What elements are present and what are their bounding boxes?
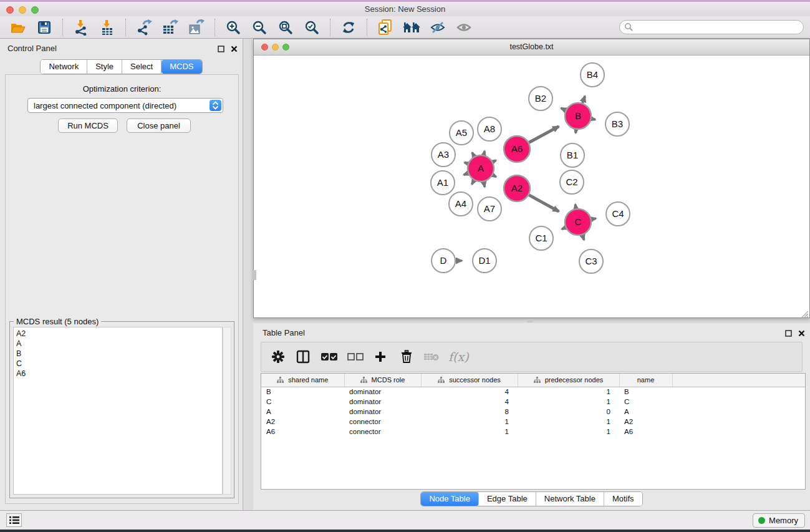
- zoom-fit-icon[interactable]: [276, 18, 295, 37]
- graph-node-C3[interactable]: C3: [579, 249, 603, 273]
- graph-edge-A-A3[interactable]: [465, 162, 468, 163]
- resize-grip-icon[interactable]: [800, 309, 809, 317]
- table-cell[interactable]: A6: [619, 427, 672, 437]
- result-item[interactable]: A2: [16, 329, 222, 339]
- memory-button[interactable]: Memory: [753, 513, 805, 528]
- table-cell[interactable]: dominator: [344, 407, 421, 417]
- table-cell[interactable]: A2: [619, 417, 672, 427]
- delete-column-icon[interactable]: [398, 349, 415, 365]
- mcds-result-list[interactable]: A2ABCA6: [13, 327, 223, 495]
- table-cell[interactable]: A6: [261, 427, 344, 437]
- table-cell[interactable]: [672, 407, 806, 417]
- graph-node-A[interactable]: A: [468, 155, 494, 181]
- graph-node-C[interactable]: C: [565, 209, 591, 235]
- table-cell[interactable]: 0: [518, 407, 619, 417]
- graph-edge-B-B1[interactable]: [576, 130, 576, 133]
- table-cell[interactable]: 1: [518, 427, 619, 437]
- optimization-criterion-select[interactable]: largest connected component (directed): [27, 98, 223, 113]
- panel-divider-handle[interactable]: [527, 319, 533, 322]
- graph-node-C2[interactable]: C2: [560, 170, 584, 194]
- table-row[interactable]: Adominator80A: [261, 407, 806, 417]
- table-row[interactable]: A6connector11A6: [261, 427, 806, 437]
- graph-edge-A-A4[interactable]: [472, 180, 475, 184]
- graph-node-B3[interactable]: B3: [605, 112, 629, 136]
- table-cell[interactable]: 1: [518, 387, 619, 397]
- result-item[interactable]: B: [16, 349, 222, 359]
- result-scrollbar[interactable]: [223, 327, 231, 495]
- table-cell[interactable]: connector: [344, 417, 421, 427]
- new-network-from-selection-icon[interactable]: [376, 18, 395, 37]
- float-table-panel-icon[interactable]: [785, 328, 792, 339]
- graph-edge-C-C1[interactable]: [562, 228, 566, 230]
- hide-selected-icon[interactable]: [428, 18, 447, 37]
- tab-mcds[interactable]: MCDS: [162, 60, 201, 74]
- graph-node-A5[interactable]: A5: [450, 121, 473, 145]
- first-neighbors-icon[interactable]: [402, 18, 421, 37]
- float-panel-icon[interactable]: [218, 44, 224, 55]
- graph-node-C1[interactable]: C1: [529, 226, 553, 250]
- column-header-shared-name[interactable]: shared name: [261, 374, 344, 387]
- graph-edge-A6-B[interactable]: [529, 127, 559, 143]
- graph-edge-C-C4[interactable]: [592, 218, 596, 219]
- graph-edge-A-A6[interactable]: [493, 160, 496, 162]
- table-body[interactable]: Bdominator41BCdominator41CAdominator80AA…: [261, 387, 806, 437]
- close-panel-button[interactable]: Close panel: [127, 118, 191, 133]
- graph-node-C4[interactable]: C4: [606, 202, 630, 226]
- tab-edge-table[interactable]: Edge Table: [479, 492, 536, 506]
- show-all-icon[interactable]: [455, 18, 473, 37]
- show-column-icon[interactable]: [295, 349, 311, 365]
- tab-style[interactable]: Style: [87, 60, 122, 74]
- graph-node-B2[interactable]: B2: [529, 87, 552, 110]
- export-network-icon[interactable]: [135, 18, 153, 37]
- table-cell[interactable]: 1: [518, 397, 619, 407]
- import-network-icon[interactable]: [72, 18, 90, 37]
- graph-edge-B-B3[interactable]: [592, 118, 595, 119]
- search-input[interactable]: [619, 20, 804, 34]
- network-canvas[interactable]: AA1A3A5A8A4A7A6A2BB1B2B3B4CC1C2C3C4DD1: [254, 56, 809, 317]
- table-cell[interactable]: [672, 427, 806, 437]
- column-header-MCDS-role[interactable]: MCDS role: [344, 374, 421, 387]
- table-cell[interactable]: B: [261, 387, 344, 397]
- close-table-panel-icon[interactable]: [798, 328, 805, 339]
- graph-node-A4[interactable]: A4: [449, 192, 473, 216]
- graph-edge-A2-C[interactable]: [529, 195, 559, 211]
- zoom-in-icon[interactable]: [224, 18, 243, 37]
- table-header[interactable]: shared nameMCDS rolesuccessor nodesprede…: [261, 374, 806, 387]
- table-cell[interactable]: 4: [421, 387, 518, 397]
- graph-edge-B-B4[interactable]: [582, 96, 585, 103]
- column-header-predecessor-nodes[interactable]: predecessor nodes: [518, 374, 619, 387]
- graph-edge-A-A7[interactable]: [484, 182, 485, 187]
- add-column-icon[interactable]: [372, 349, 388, 365]
- table-cell[interactable]: dominator: [344, 387, 421, 397]
- graph-node-A1[interactable]: A1: [431, 171, 455, 195]
- table-cell[interactable]: C: [261, 397, 344, 407]
- graph-node-A3[interactable]: A3: [432, 143, 455, 167]
- table-cell[interactable]: B: [619, 387, 672, 397]
- graph-node-A2[interactable]: A2: [504, 175, 530, 201]
- graph-edge-C-C3[interactable]: [582, 235, 584, 240]
- tab-network-table[interactable]: Network Table: [536, 492, 604, 506]
- open-session-icon[interactable]: [9, 18, 27, 37]
- column-header-successor-nodes[interactable]: successor nodes: [421, 374, 518, 387]
- table-cell[interactable]: 1: [421, 427, 518, 437]
- table-row[interactable]: Cdominator41C: [261, 397, 806, 407]
- network-vertical-scroll-thumb[interactable]: [253, 270, 256, 280]
- save-session-icon[interactable]: [35, 18, 54, 37]
- column-header-name[interactable]: name: [619, 374, 672, 387]
- table-cell[interactable]: C: [619, 397, 672, 407]
- tab-select[interactable]: Select: [122, 60, 162, 74]
- table-cell[interactable]: A: [619, 407, 672, 417]
- graph-edge-A-A8[interactable]: [484, 151, 485, 155]
- table-cell[interactable]: connector: [344, 427, 421, 437]
- table-cell[interactable]: A2: [261, 417, 344, 427]
- deselect-all-icon[interactable]: [347, 349, 364, 365]
- export-table-icon[interactable]: [161, 18, 180, 37]
- table-cell[interactable]: 1: [421, 417, 518, 427]
- graph-node-A7[interactable]: A7: [478, 197, 501, 221]
- task-history-button[interactable]: [6, 513, 22, 527]
- graph-node-A8[interactable]: A8: [478, 117, 501, 141]
- graph-node-A6[interactable]: A6: [504, 136, 530, 162]
- graph-edge-A-A2[interactable]: [493, 175, 496, 177]
- graph-node-D[interactable]: D: [432, 249, 455, 273]
- table-cell[interactable]: 8: [421, 407, 518, 417]
